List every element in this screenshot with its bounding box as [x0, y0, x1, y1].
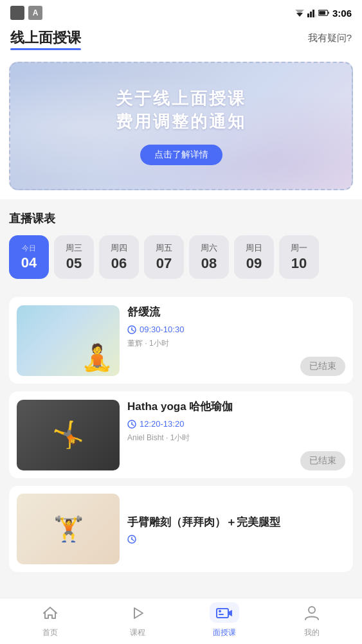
courses-icon — [129, 605, 146, 625]
banner-button[interactable]: 点击了解详情 — [140, 145, 222, 165]
course-card-3[interactable]: 手臂雕刻（拜拜肉）＋完美腿型 — [9, 486, 353, 572]
course-card-2[interactable]: Hatha yoga 哈他瑜伽 12:20-13:20 Aniel Bisht … — [9, 391, 353, 478]
clock-icon-2 — [127, 420, 136, 429]
svg-point-21 — [219, 610, 221, 613]
svg-line-11 — [132, 330, 134, 331]
svg-rect-19 — [217, 609, 228, 618]
svg-rect-3 — [310, 12, 312, 17]
day-num-04: 04 — [21, 255, 37, 271]
schedule-section: 直播课表 今日 04 周三 05 周四 06 周五 07 周六 08 周日 09… — [0, 199, 362, 288]
nav-item-home[interactable]: 首页 — [6, 605, 94, 638]
day-today-label: 今日 — [22, 244, 36, 253]
clock-icon-3 — [127, 535, 136, 544]
day-num-10: 10 — [291, 255, 307, 272]
day-label-mon: 周一 — [291, 242, 307, 254]
day-label-wed: 周三 — [66, 242, 82, 254]
course-name-2: Hatha yoga 哈他瑜伽 — [127, 399, 345, 414]
course-teacher-2: Aniel Bisht · 1小时 — [127, 433, 345, 443]
signal-icon — [307, 8, 316, 17]
nav-item-live[interactable]: 面授课 — [181, 605, 269, 638]
signal-icons — [294, 8, 330, 17]
day-num-05: 05 — [66, 255, 82, 272]
status-left: A — [10, 6, 42, 20]
bottom-nav: 首页 课程 面授课 我的 — [0, 598, 362, 644]
home-label: 首页 — [42, 627, 58, 638]
svg-rect-2 — [307, 13, 309, 17]
status-right: 3:06 — [294, 8, 352, 19]
wifi-icon — [294, 8, 305, 17]
svg-rect-8 — [319, 11, 325, 15]
nav-item-profile[interactable]: 我的 — [268, 605, 356, 638]
banner-title-line2: 费用调整的通知 — [116, 110, 246, 133]
header: 线上面授课 我有疑问? — [0, 23, 362, 55]
course-info-3: 手臂雕刻（拜拜肉）＋完美腿型 — [127, 515, 345, 544]
day-num-06: 06 — [111, 255, 127, 272]
course-badge-2: 已结束 — [300, 451, 345, 470]
schedule-title: 直播课表 — [9, 211, 353, 226]
course-card-1[interactable]: 舒缓流 09:30-10:30 董辉 · 1小时 已结束 — [9, 297, 353, 384]
profile-label: 我的 — [304, 627, 320, 638]
day-tabs: 今日 04 周三 05 周四 06 周五 07 周六 08 周日 09 周一 1… — [9, 235, 353, 282]
day-tab-sun[interactable]: 周日 09 — [234, 235, 274, 279]
course-info-2: Hatha yoga 哈他瑜伽 12:20-13:20 Aniel Bisht … — [127, 399, 345, 470]
help-link[interactable]: 我有疑问? — [308, 32, 352, 44]
day-tab-wed[interactable]: 周三 05 — [54, 235, 94, 279]
profile-icon — [303, 605, 320, 625]
svg-rect-22 — [219, 614, 224, 615]
day-label-thu: 周四 — [111, 242, 127, 254]
course-time-row-2: 12:20-13:20 — [127, 419, 345, 429]
banner-section: 关于线上面授课 费用调整的通知 点击了解详情 — [0, 55, 362, 199]
live-icon — [215, 605, 233, 625]
home-icon — [42, 605, 59, 625]
svg-point-23 — [309, 607, 315, 613]
courses-label: 课程 — [130, 627, 145, 638]
course-thumb-2 — [17, 400, 120, 470]
day-tab-today[interactable]: 今日 04 — [9, 235, 49, 279]
day-tab-thu[interactable]: 周四 06 — [99, 235, 139, 279]
banner-text: 关于线上面授课 费用调整的通知 点击了解详情 — [116, 87, 246, 166]
day-num-09: 09 — [246, 255, 262, 272]
banner-title-line1: 关于线上面授课 — [116, 87, 246, 110]
course-time-row-1: 09:30-10:30 — [127, 325, 345, 334]
day-label-fri: 周五 — [156, 242, 172, 254]
svg-rect-4 — [312, 10, 314, 17]
day-label-sat: 周六 — [201, 242, 217, 254]
course-time-2: 12:20-13:20 — [140, 419, 184, 429]
status-icon-2: A — [28, 6, 42, 20]
nav-item-courses[interactable]: 课程 — [94, 605, 181, 638]
svg-line-14 — [132, 424, 134, 425]
course-teacher-1: 董辉 · 1小时 — [127, 338, 345, 349]
svg-line-17 — [132, 539, 134, 541]
course-name-3: 手臂雕刻（拜拜肉）＋完美腿型 — [127, 515, 345, 530]
course-time-row-3 — [127, 535, 345, 544]
live-label: 面授课 — [213, 627, 236, 638]
day-tab-fri[interactable]: 周五 07 — [144, 235, 184, 279]
svg-marker-1 — [295, 10, 304, 14]
day-num-07: 07 — [156, 255, 172, 272]
course-thumb-3 — [17, 494, 120, 564]
svg-rect-7 — [328, 12, 329, 13]
course-info-1: 舒缓流 09:30-10:30 董辉 · 1小时 已结束 — [127, 305, 345, 376]
svg-marker-18 — [134, 608, 143, 618]
day-num-08: 08 — [201, 255, 217, 272]
status-time: 3:06 — [332, 8, 352, 19]
course-thumb-1 — [17, 305, 120, 376]
status-bar: A 3:06 — [0, 0, 362, 23]
clock-icon-1 — [127, 325, 136, 334]
banner[interactable]: 关于线上面授课 费用调整的通知 点击了解详情 — [9, 62, 353, 190]
status-icon-1 — [10, 6, 24, 20]
course-badge-1: 已结束 — [300, 357, 345, 376]
day-tab-sat[interactable]: 周六 08 — [189, 235, 229, 279]
course-list: 舒缓流 09:30-10:30 董辉 · 1小时 已结束 Hatha yoga … — [0, 288, 362, 572]
page-title: 线上面授课 — [10, 28, 81, 48]
day-tab-mon[interactable]: 周一 10 — [279, 235, 319, 279]
course-time-1: 09:30-10:30 — [140, 325, 184, 334]
course-name-1: 舒缓流 — [127, 305, 345, 319]
battery-icon — [318, 9, 330, 17]
svg-rect-5 — [315, 14, 316, 17]
day-label-sun: 周日 — [246, 242, 262, 254]
